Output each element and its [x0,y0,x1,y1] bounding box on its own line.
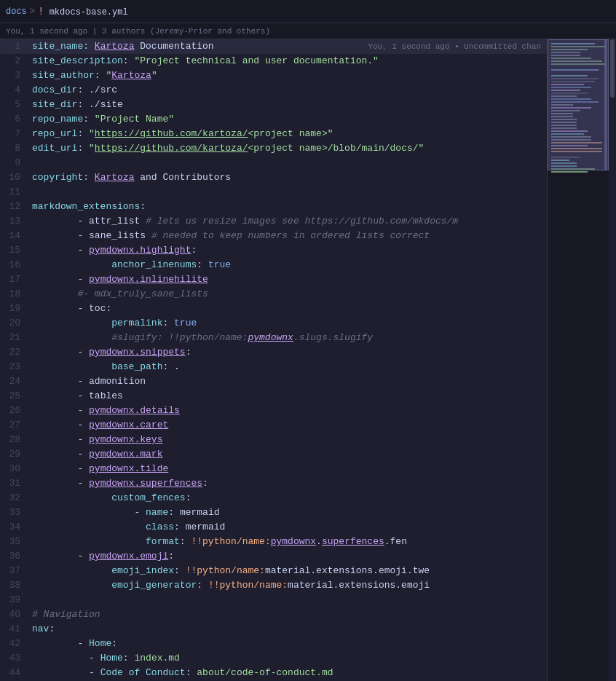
table-row: 29 - pymdownx.mark [0,447,547,462]
minimap[interactable] [547,39,609,681]
table-row: 4 docs_dir: ./src [0,83,547,98]
table-row: 8 edit_uri: "https://github.com/kartoza/… [0,141,547,156]
table-row: 27 - pymdownx.caret [0,418,547,433]
breadcrumb: docs > ! mkdocs-base.yml [6,6,128,17]
table-row: 6 repo_name: "Project Name" [0,112,547,127]
table-row: 24 - admonition [0,374,547,389]
table-row: 38 emoji_generator: !!python/name:materi… [0,578,547,593]
editor-container: 1 site_name: Kartoza Documentation You, … [0,39,616,681]
git-info-bar: You, 1 second ago | 3 authors (Jeremy-Pr… [0,23,616,39]
table-row: 35 format: !!python/name:pymdownx.superf… [0,535,547,549]
table-row: 34 class: mermaid [0,520,547,535]
table-row: 30 - pymdownx.tilde [0,462,547,476]
table-row: 23 base_path: . [0,360,547,374]
tab-bar: docs > ! mkdocs-base.yml [0,0,616,23]
table-row: 32 custom_fences: [0,491,547,505]
table-row: 44 - Code of Conduct: about/code-of-cond… [0,666,547,680]
modified-dot: ! [38,6,44,17]
table-row: 7 repo_url: "https://github.com/kartoza/… [0,127,547,141]
breadcrumb-docs[interactable]: docs [6,7,27,17]
table-row: 37 emoji_index: !!python/name:material.e… [0,564,547,578]
minimap-viewport[interactable] [548,39,609,170]
table-row: 12 markdown_extensions: [0,200,547,214]
table-row: 3 site_author: "Kartoza" [0,68,547,83]
table-row: 28 - pymdownx.keys [0,433,547,447]
table-row: 18 #- mdx_truly_sane_lists [0,287,547,302]
table-row: 16 anchor_linenums: true [0,258,547,272]
table-row: 36 - pymdownx.emoji: [0,549,547,564]
table-row: 26 - pymdownx.details [0,404,547,418]
table-row: 25 - tables [0,389,547,404]
breadcrumb-separator: > [30,7,35,17]
table-row: 1 site_name: Kartoza Documentation You, … [0,39,547,54]
table-row: 39 [0,593,547,607]
table-row: 17 - pymdownx.inlinehilite [0,272,547,287]
table-row: 15 - pymdownx.highlight: [0,243,547,258]
scrollbar[interactable] [609,39,616,681]
table-row: 31 - pymdownx.superfences: [0,476,547,491]
table-row: 22 - pymdownx.snippets: [0,345,547,360]
table-row: 19 - toc: [0,302,547,316]
git-info-text: You, 1 second ago | 3 authors (Jeremy-Pr… [6,27,270,36]
table-row: 13 - attr_list # lets us resize images s… [0,214,547,229]
table-row: 9 [0,156,547,170]
table-row: 21 #slugify: !!python/name:pymdownx.slug… [0,331,547,345]
svg-rect-41 [551,171,588,173]
editor-window: docs > ! mkdocs-base.yml You, 1 second a… [0,0,616,681]
table-row: 41 nav: [0,622,547,637]
table-row: 43 - Home: index.md [0,651,547,666]
table-row: 42 - Home: [0,637,547,651]
table-row: 20 permalink: true [0,316,547,331]
code-area[interactable]: 1 site_name: Kartoza Documentation You, … [0,39,547,681]
table-row: 5 site_dir: ./site [0,98,547,112]
table-row: 40 # Navigation [0,607,547,622]
table-row: 2 site_description: "Project technical a… [0,54,547,68]
tab-active[interactable]: ! mkdocs-base.yml [38,6,128,17]
table-row: 10 copyright: Kartoza and Contributors [0,170,547,185]
scrollbar-thumb[interactable] [610,39,615,98]
table-row: 14 - sane_lists # needed to keep numbers… [0,229,547,243]
table-row: 33 - name: mermaid [0,505,547,520]
table-row: 11 [0,185,547,200]
